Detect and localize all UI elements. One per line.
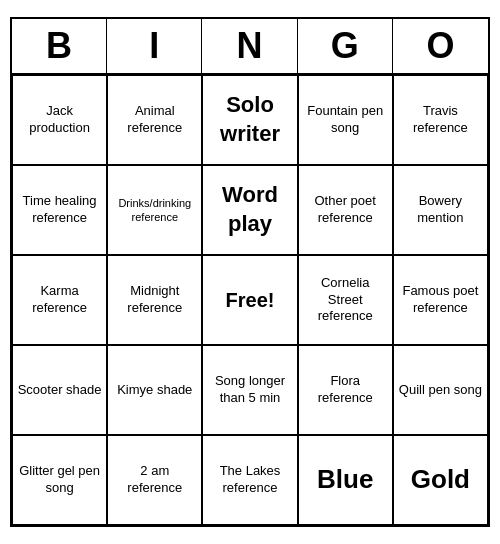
header-letter-o: O: [393, 19, 488, 73]
bingo-cell-12: Free!: [202, 255, 297, 345]
bingo-cell-3: Fountain pen song: [298, 75, 393, 165]
header-letter-n: N: [202, 19, 297, 73]
bingo-cell-22: The Lakes reference: [202, 435, 297, 525]
header-letter-b: B: [12, 19, 107, 73]
bingo-cell-18: Flora reference: [298, 345, 393, 435]
bingo-grid: Jack productionAnimal referenceSolo writ…: [12, 75, 488, 525]
bingo-cell-4: Travis reference: [393, 75, 488, 165]
bingo-cell-20: Glitter gel pen song: [12, 435, 107, 525]
bingo-cell-24: Gold: [393, 435, 488, 525]
bingo-cell-16: Kimye shade: [107, 345, 202, 435]
header-letter-g: G: [298, 19, 393, 73]
bingo-card: BINGO Jack productionAnimal referenceSol…: [10, 17, 490, 527]
bingo-cell-5: Time healing reference: [12, 165, 107, 255]
bingo-cell-21: 2 am reference: [107, 435, 202, 525]
bingo-cell-2: Solo writer: [202, 75, 297, 165]
bingo-cell-19: Quill pen song: [393, 345, 488, 435]
bingo-header: BINGO: [12, 19, 488, 75]
bingo-cell-11: Midnight reference: [107, 255, 202, 345]
bingo-cell-6: Drinks/drinking reference: [107, 165, 202, 255]
bingo-cell-1: Animal reference: [107, 75, 202, 165]
bingo-cell-15: Scooter shade: [12, 345, 107, 435]
header-letter-i: I: [107, 19, 202, 73]
bingo-cell-23: Blue: [298, 435, 393, 525]
bingo-cell-9: Bowery mention: [393, 165, 488, 255]
bingo-cell-10: Karma reference: [12, 255, 107, 345]
bingo-cell-0: Jack production: [12, 75, 107, 165]
bingo-cell-7: Word play: [202, 165, 297, 255]
bingo-cell-8: Other poet reference: [298, 165, 393, 255]
bingo-cell-14: Famous poet reference: [393, 255, 488, 345]
bingo-cell-17: Song longer than 5 min: [202, 345, 297, 435]
bingo-cell-13: Cornelia Street reference: [298, 255, 393, 345]
